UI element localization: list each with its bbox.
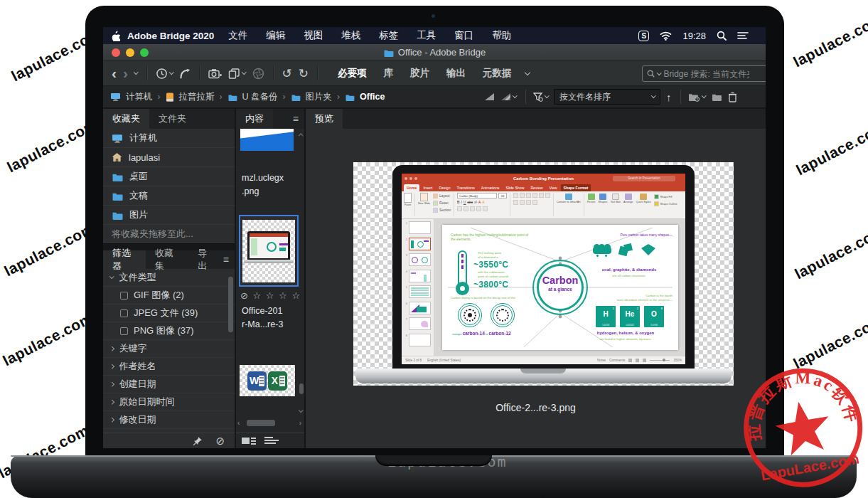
menu-edit[interactable]: 编辑 xyxy=(266,29,285,42)
sort-ascending-button[interactable]: ↑ xyxy=(666,91,672,103)
nav-chevron-icon[interactable] xyxy=(134,70,138,74)
undo-button[interactable]: ↺ xyxy=(282,66,292,81)
filter-group-author[interactable]: 作者姓名 xyxy=(103,358,235,376)
filter-group-date-created[interactable]: 创建日期 xyxy=(103,376,235,393)
hscroll-thumb[interactable] xyxy=(247,420,275,426)
menu-file[interactable]: 文件 xyxy=(228,29,247,42)
tab-filter[interactable]: 筛选器 xyxy=(103,250,146,269)
crumb-office[interactable]: Office xyxy=(360,92,385,102)
thumbnail-quality-icon[interactable] xyxy=(484,92,495,101)
content-hscrollbar[interactable]: ‹ › xyxy=(237,418,301,427)
filter-option-jpeg[interactable]: JPEG 文件 (39) xyxy=(103,304,235,322)
menu-label[interactable]: 标签 xyxy=(379,29,398,42)
filter-option-gif[interactable]: GIF 图像 (2) xyxy=(103,287,235,304)
home-icon xyxy=(112,152,122,162)
batch-rename-button[interactable] xyxy=(228,68,246,79)
sort-dropdown[interactable]: 按文件名排序 xyxy=(554,89,660,105)
favorites-item-documents[interactable]: 文稿 xyxy=(103,186,235,206)
menubar-app-name[interactable]: Adobe Bridge 2020 xyxy=(127,31,214,41)
preview-file-name[interactable]: Office-2...re-3.png xyxy=(306,402,766,413)
status-app-icon[interactable]: S xyxy=(638,31,649,41)
menu-window[interactable]: 窗口 xyxy=(454,29,473,42)
tab-preview[interactable]: 预览 xyxy=(306,109,343,129)
checkbox[interactable] xyxy=(120,292,128,300)
scroll-down-icon[interactable] xyxy=(299,408,303,412)
filter-group-keywords[interactable]: 关键字 xyxy=(103,340,235,358)
tab-favorites[interactable]: 收藏夹 xyxy=(103,109,149,129)
file-name[interactable]: mzl.uclegx .png xyxy=(236,171,304,198)
list-view-icon[interactable] xyxy=(264,437,279,445)
scroll-left-icon[interactable]: ‹ xyxy=(237,419,240,427)
thumbnail-office-selected[interactable] xyxy=(239,215,299,287)
filter-group-date-original[interactable]: 原始日期时间 xyxy=(103,393,235,411)
crumb-drive[interactable]: 拉普拉斯 xyxy=(179,91,215,103)
filter-scrollbar[interactable] xyxy=(228,277,233,332)
menu-tools[interactable]: 工具 xyxy=(417,29,436,42)
redo-button[interactable]: ↻ xyxy=(299,66,309,81)
filter-button[interactable] xyxy=(533,92,549,102)
preview-quality-button[interactable] xyxy=(500,92,517,101)
trash-icon[interactable] xyxy=(728,92,737,102)
recent-files-button[interactable] xyxy=(156,68,173,80)
search-field[interactable] xyxy=(642,65,766,82)
favorites-item-pictures[interactable]: 图片 xyxy=(103,206,235,225)
new-folder-icon[interactable] xyxy=(711,92,722,101)
favorites-item-home[interactable]: lapulasi xyxy=(103,148,235,167)
checkbox[interactable] xyxy=(120,309,128,317)
thumbnail-view-icon[interactable] xyxy=(242,437,256,445)
menu-view[interactable]: 视图 xyxy=(304,29,323,42)
tab-collections[interactable]: 收藏集 xyxy=(146,250,188,269)
window-titlebar[interactable]: Office - Adobe Bridge xyxy=(103,44,766,61)
workspace-filmstrip[interactable]: 胶片 xyxy=(410,67,429,80)
thumbnail-office-icons[interactable]: W X xyxy=(240,365,295,396)
back-button[interactable]: ‹ xyxy=(112,67,117,80)
filter-option-png[interactable]: PNG 图像 (37) xyxy=(103,322,235,340)
workspace-essentials[interactable]: 必要项 xyxy=(338,67,367,80)
scroll-up-icon[interactable] xyxy=(299,134,303,138)
tab-export[interactable]: 导出 xyxy=(188,250,223,269)
favorites-item-computer[interactable]: 计算机 xyxy=(103,129,235,148)
preview-image[interactable]: Carbon Bonding Presentation Search in Pr… xyxy=(353,162,734,386)
crumb-computer[interactable]: 计算机 xyxy=(126,91,153,103)
star-icon[interactable]: ☆ xyxy=(279,290,288,301)
scroll-right-icon[interactable]: › xyxy=(299,419,301,427)
workspace-libraries[interactable]: 库 xyxy=(384,67,394,80)
open-recent-button[interactable] xyxy=(688,92,706,102)
forward-button[interactable]: › xyxy=(123,67,128,80)
star-icon[interactable]: ☆ xyxy=(291,290,301,301)
menu-help[interactable]: 帮助 xyxy=(492,29,511,42)
crumb-usb-backup[interactable]: U 盘备份 xyxy=(242,91,278,103)
content-menu-icon[interactable]: ≡ xyxy=(293,113,299,124)
rating-row[interactable]: ⊘ ☆ ☆ ☆ ☆ ☆ xyxy=(240,290,303,301)
crumb-pictures[interactable]: 图片夹 xyxy=(306,91,333,103)
filter-menu-icon[interactable]: ≡ xyxy=(223,254,229,265)
thumbnail-mzl[interactable] xyxy=(240,129,294,151)
sort-label: 按文件名排序 xyxy=(559,91,611,103)
tab-folders[interactable]: 文件夹 xyxy=(149,109,195,129)
apple-logo-icon[interactable] xyxy=(110,30,120,41)
workspace-chevron-icon[interactable] xyxy=(524,69,530,75)
tab-content[interactable]: 内容 xyxy=(236,109,273,129)
workspace-metadata[interactable]: 元数据 xyxy=(483,67,512,80)
search-scope-chevron-icon[interactable] xyxy=(657,70,661,75)
workspace-output[interactable]: 输出 xyxy=(446,67,466,80)
pin-icon[interactable] xyxy=(193,436,203,446)
boomerang-button[interactable] xyxy=(179,68,191,79)
search-input[interactable] xyxy=(664,69,749,79)
menubar-clock[interactable]: 19:28 xyxy=(682,31,706,41)
import-from-camera-button[interactable] xyxy=(208,68,222,79)
spotlight-icon[interactable] xyxy=(717,31,727,41)
favorites-item-desktop[interactable]: 桌面 xyxy=(103,167,235,186)
content-scrollbar[interactable] xyxy=(299,383,304,394)
menu-stacks[interactable]: 堆栈 xyxy=(341,29,360,42)
clear-filter-icon[interactable]: ⊘ xyxy=(215,435,225,447)
control-center-icon[interactable] xyxy=(737,31,749,40)
checkbox[interactable] xyxy=(120,327,128,335)
filter-group-date-modified[interactable]: 修改日期 xyxy=(103,411,235,429)
star-icon[interactable]: ☆ xyxy=(266,290,275,301)
wifi-icon[interactable] xyxy=(660,31,672,41)
reject-icon[interactable]: ⊘ xyxy=(240,290,249,301)
aperture-button[interactable] xyxy=(252,68,264,80)
file-name[interactable]: Office-201 r-Ma...re-3 xyxy=(236,304,304,332)
star-icon[interactable]: ☆ xyxy=(253,290,262,301)
